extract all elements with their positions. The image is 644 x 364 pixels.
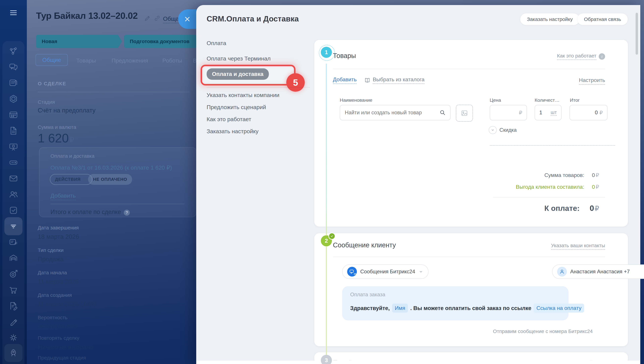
step1-badge: 1 xyxy=(321,47,332,58)
video-icon[interactable] xyxy=(9,142,18,151)
planner-icon[interactable] xyxy=(9,238,18,247)
sum-number: 0 xyxy=(592,172,595,178)
payment-add-link[interactable]: Добавить xyxy=(51,192,76,200)
row-total-value: 0 xyxy=(595,110,598,116)
target-icon[interactable] xyxy=(9,269,18,279)
stage-pill-docs[interactable]: Подготовка документов xyxy=(124,35,200,48)
channel-badge: 24 xyxy=(354,273,356,275)
order-setup-button[interactable]: Заказать настройку xyxy=(520,14,579,25)
payment-link-token[interactable]: Ссылка на оплату xyxy=(534,304,584,312)
payable-currency: ₽ xyxy=(595,205,599,212)
tasks-icon[interactable] xyxy=(9,206,18,215)
chevron-down-icon xyxy=(418,269,423,274)
menu-item-terminal[interactable]: Оплата через Терминал xyxy=(207,55,271,62)
hexagon-icon[interactable] xyxy=(9,94,18,104)
stage-pill-new[interactable]: Новая xyxy=(36,35,122,48)
products-sum-row: Сумма товаров: 0 ₽ xyxy=(544,172,599,178)
amount-field-label: Сумма и валюта xyxy=(38,124,76,130)
pipeline-link[interactable]: Обща xyxy=(163,16,179,23)
quantity-value: 1 xyxy=(539,110,542,116)
tab-products[interactable]: Товары xyxy=(76,57,96,64)
configure-link[interactable]: Настроить xyxy=(579,77,605,85)
row-total-field: 0 ₽ xyxy=(569,105,607,120)
recipient-chip[interactable]: Анастасия Анастасия +7 xyxy=(552,264,644,279)
menu-item-payment-delivery-active[interactable]: Оплата и доставка xyxy=(207,68,269,80)
message-prefix: Здравствуйте, xyxy=(350,305,390,312)
scrollbar-thumb[interactable] xyxy=(635,13,638,55)
price-field[interactable]: ₽ xyxy=(490,105,527,120)
pen-icon[interactable] xyxy=(9,317,18,326)
field-value[interactable]: 18 марта 2026 xyxy=(38,233,79,240)
mail-icon[interactable] xyxy=(9,174,18,183)
field-value[interactable]: не заполнено xyxy=(38,323,77,330)
discount-toggle[interactable]: Скидка xyxy=(489,126,517,134)
stage-field-value[interactable]: Счёт на предоплату xyxy=(38,107,96,114)
field-value[interactable]: 11 марта 2026 16:08 xyxy=(38,301,96,308)
cart-icon[interactable] xyxy=(9,285,18,294)
info-icon[interactable]: i xyxy=(599,53,605,60)
network-icon[interactable] xyxy=(9,46,18,56)
drive-icon[interactable] xyxy=(9,158,18,167)
field-value[interactable]: 11 марта 2026 xyxy=(38,278,79,285)
menu-item-payment[interactable]: Оплата xyxy=(207,40,226,46)
question-icon[interactable]: ? xyxy=(124,210,130,216)
discount-label: Скидка xyxy=(499,127,517,133)
crm-payment-delivery-slideover: CRM.Оплата и Доставка Заказать настройку… xyxy=(196,5,640,364)
channel-chip[interactable]: 24 Сообщения Битрикс24 xyxy=(342,264,428,279)
how-it-works-link[interactable]: Как это работает xyxy=(557,53,596,60)
stage-pill-label: Новая xyxy=(42,38,57,44)
field-label: Дата создания xyxy=(38,292,96,298)
field-value[interactable]: Ничего не выбрано xyxy=(38,344,94,350)
about-deal-heading: О СДЕЛКЕ xyxy=(38,81,66,86)
copy-link-icon[interactable] xyxy=(154,15,161,22)
product-search-field[interactable] xyxy=(340,105,450,120)
tab-robots[interactable]: Роботы xyxy=(162,57,182,64)
people-icon[interactable] xyxy=(9,190,18,199)
message-middle: . Вы можете оплатить свой заказ по ссылк… xyxy=(410,305,531,312)
document-icon[interactable] xyxy=(9,126,18,136)
field-label: Предыдущая стадия xyxy=(38,355,86,361)
products-card: Товары Как это работает i Добавить Выбра… xyxy=(314,40,628,226)
product-image-placeholder[interactable] xyxy=(456,104,473,122)
field-value[interactable]: не заполнено xyxy=(38,363,86,364)
chat-icon[interactable] xyxy=(9,62,18,72)
divider xyxy=(38,92,190,92)
add-product-link[interactable]: Добавить xyxy=(333,76,357,84)
actions-button[interactable]: ДЕЙСТВИЯ xyxy=(50,174,92,185)
quantity-field[interactable]: 1 шт xyxy=(535,105,561,120)
menu-icon[interactable] xyxy=(9,8,18,18)
field-value[interactable]: Продажа xyxy=(38,256,64,263)
tab-general[interactable]: Общие xyxy=(36,54,68,66)
menu-item-company-contacts[interactable]: Указать контакты компании xyxy=(207,92,279,98)
gear-icon[interactable] xyxy=(9,333,18,342)
catalog-select[interactable]: Выбрать из каталога xyxy=(364,76,424,84)
payment-link[interactable]: Оплата №3/1 от 16.03.2026 (к оплате 1 62… xyxy=(51,164,172,171)
rocket-icon[interactable] xyxy=(9,348,18,358)
quantity-unit[interactable]: шт xyxy=(550,110,557,116)
menu-item-suggest-scenario[interactable]: Предложить сценарий xyxy=(207,104,266,110)
row-total-currency: ₽ xyxy=(599,110,603,116)
products-sum-value: 0 ₽ xyxy=(592,172,599,178)
warehouse-icon[interactable] xyxy=(9,254,18,263)
stage-pill-label: Подготовка документов xyxy=(130,38,190,44)
chevron-down-icon xyxy=(83,177,87,182)
price-column-label: Цена xyxy=(490,98,501,103)
your-contacts-link[interactable]: Указать ваши контакты xyxy=(551,243,605,250)
crm-funnel-icon[interactable] xyxy=(9,222,18,231)
document-edit-icon[interactable] xyxy=(9,301,18,310)
edit-pencil-icon[interactable] xyxy=(144,15,151,22)
menu-item-how-it-works[interactable]: Как это работает xyxy=(207,116,251,122)
menu-item-order-setup[interactable]: Заказать настройку xyxy=(207,128,258,134)
deal-total-label: Итого к оплате по сделке xyxy=(51,208,121,215)
product-search-input[interactable] xyxy=(344,110,439,116)
feed-icon[interactable] xyxy=(9,78,18,88)
close-slideover-button[interactable] xyxy=(178,10,197,29)
tab-offers[interactable]: Предложения xyxy=(112,57,148,64)
close-icon xyxy=(183,15,192,24)
name-token[interactable]: Имя xyxy=(392,304,408,312)
feedback-button[interactable]: Обратная связь xyxy=(577,14,628,25)
calendar-icon[interactable] xyxy=(9,110,18,120)
amount-field-value[interactable]: 1 620 ₽ xyxy=(38,131,74,145)
payment-delivery-card: Оплата и доставка Оплата №3/1 от 16.03.2… xyxy=(39,147,196,217)
image-icon xyxy=(461,110,468,117)
